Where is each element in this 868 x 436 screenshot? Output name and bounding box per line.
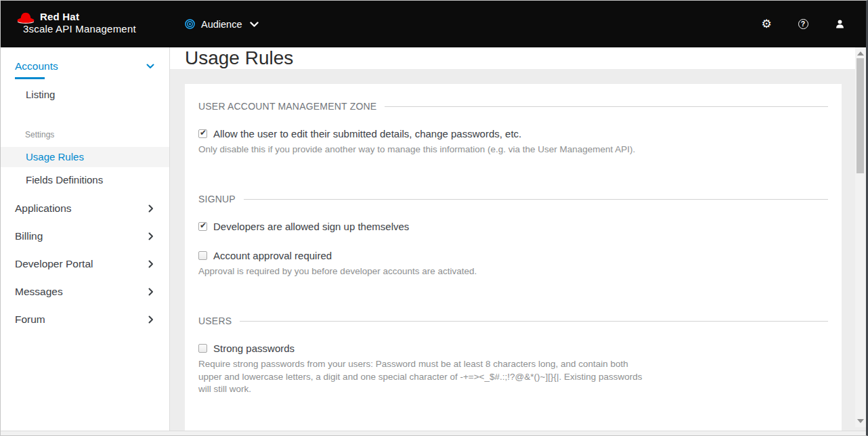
- brand-name: Red Hat: [40, 11, 79, 22]
- user-icon[interactable]: [834, 19, 845, 30]
- field-hint: Require strong passwords from your users…: [198, 358, 645, 395]
- sidebar: Accounts Listing Settings Usage Rules Fi…: [1, 47, 170, 432]
- chevron-down-icon: [250, 22, 259, 28]
- check-icon: ✔: [200, 221, 207, 230]
- section-divider: [240, 321, 828, 322]
- checkbox-strong-passwords[interactable]: ✔: [198, 344, 207, 353]
- active-section-underline: [15, 77, 45, 79]
- section-users: USERS ✔ Strong passwords Require strong …: [198, 315, 828, 395]
- sidebar-item-developer-portal[interactable]: Developer Portal: [1, 255, 169, 273]
- sidebar-group-settings: Settings: [1, 129, 169, 140]
- section-heading-label: USERS: [198, 315, 232, 326]
- checkbox-label[interactable]: Allow the user to edit their submitted d…: [213, 128, 521, 139]
- checkbox-label[interactable]: Strong passwords: [213, 343, 295, 354]
- page-title: Usage Rules: [185, 47, 293, 69]
- sidebar-item-label: Accounts: [15, 60, 58, 72]
- masthead-toolbar: ⚙ ?: [761, 19, 850, 30]
- sidebar-item-label: Messages: [15, 286, 63, 298]
- page-header: Usage Rules: [170, 47, 866, 69]
- question-mark-icon: ?: [798, 19, 808, 29]
- horizontal-scrollbar[interactable]: [1, 431, 866, 435]
- scroll-up-arrow-icon[interactable]: [857, 51, 864, 56]
- field-strong-passwords: ✔ Strong passwords Require strong passwo…: [198, 343, 828, 395]
- brand-logo[interactable]: Red Hat 3scale API Management: [16, 1, 154, 47]
- field-hint: Only disable this if you provide another…: [198, 144, 828, 156]
- chevron-right-icon: [148, 232, 154, 240]
- sidebar-item-listing[interactable]: Listing: [1, 87, 169, 103]
- sidebar-item-label: Billing: [15, 230, 43, 242]
- sidebar-item-label: Fields Definitions: [26, 174, 103, 186]
- section-heading: SIGNUP: [198, 194, 828, 204]
- sidebar-item-label: Usage Rules: [26, 151, 84, 162]
- field-allow-user-edit: ✔ Allow the user to edit their submitted…: [198, 128, 828, 156]
- section-user-account-management-zone: USER ACCOUNT MANAGEMENT ZONE ✔ Allow the…: [198, 101, 828, 156]
- section-signup: SIGNUP ✔ Developers are allowed sign up …: [198, 194, 828, 278]
- settings-card: USER ACCOUNT MANAGEMENT ZONE ✔ Allow the…: [185, 84, 842, 436]
- sidebar-item-applications[interactable]: Applications: [1, 200, 169, 217]
- sidebar-item-forum[interactable]: Forum: [1, 311, 169, 328]
- sidebar-item-fields-definitions[interactable]: Fields Definitions: [1, 171, 169, 190]
- checkbox-developers-signup[interactable]: ✔: [198, 222, 207, 231]
- checkbox-label[interactable]: Account approval required: [213, 250, 332, 261]
- check-icon: ✔: [200, 128, 207, 137]
- sidebar-item-label: Developer Portal: [15, 258, 93, 270]
- sidebar-item-label: Listing: [26, 89, 55, 100]
- help-icon[interactable]: ?: [798, 19, 808, 30]
- chevron-right-icon: [148, 260, 154, 268]
- scroll-down-arrow-icon[interactable]: [857, 419, 864, 423]
- page-body: USER ACCOUNT MANAGEMENT ZONE ✔ Allow the…: [170, 69, 866, 436]
- sidebar-item-accounts[interactable]: Accounts: [1, 58, 169, 74]
- main-content: Usage Rules USER ACCOUNT MANAGEMENT ZONE…: [170, 47, 866, 432]
- section-heading: USER ACCOUNT MANAGEMENT ZONE: [198, 101, 828, 112]
- chevron-down-icon: [146, 64, 154, 69]
- sidebar-item-label: Forum: [15, 313, 45, 326]
- checkbox-label[interactable]: Developers are allowed sign up themselve…: [213, 221, 409, 232]
- section-heading-label: USER ACCOUNT MANAGEMENT ZONE: [198, 101, 376, 112]
- sidebar-item-usage-rules[interactable]: Usage Rules: [1, 147, 169, 167]
- brand-product: 3scale API Management: [23, 23, 136, 35]
- field-account-approval: ✔ Account approval required Approval is …: [198, 250, 828, 278]
- checkbox-account-approval[interactable]: ✔: [198, 251, 207, 260]
- chevron-right-icon: [148, 204, 154, 213]
- settings-gear-icon[interactable]: ⚙: [761, 19, 772, 30]
- masthead: Red Hat 3scale API Management Audience ⚙…: [1, 1, 866, 47]
- sidebar-item-billing[interactable]: Billing: [1, 227, 169, 245]
- section-divider: [385, 106, 828, 107]
- checkbox-allow-user-edit[interactable]: ✔: [198, 129, 207, 138]
- section-divider: [244, 199, 828, 200]
- context-selector-audience[interactable]: Audience: [185, 19, 259, 30]
- scrollbar-thumb[interactable]: [856, 58, 864, 173]
- section-heading: USERS: [198, 315, 828, 326]
- field-hint: Approval is required by you before devel…: [198, 265, 828, 278]
- sidebar-item-label: Applications: [15, 202, 72, 215]
- vertical-scrollbar[interactable]: [855, 47, 866, 427]
- section-heading-label: SIGNUP: [198, 194, 236, 204]
- field-developers-signup: ✔ Developers are allowed sign up themsel…: [198, 221, 828, 232]
- bullseye-icon: [185, 19, 195, 29]
- chevron-right-icon: [148, 315, 154, 324]
- context-selector-label: Audience: [201, 19, 242, 30]
- chevron-right-icon: [148, 288, 154, 296]
- app-window: Red Hat 3scale API Management Audience ⚙…: [0, 0, 868, 436]
- sidebar-item-messages[interactable]: Messages: [1, 283, 169, 301]
